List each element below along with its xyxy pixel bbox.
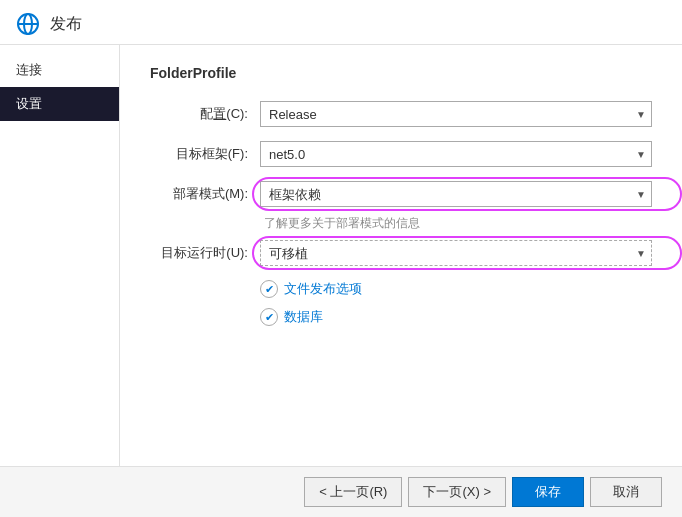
publish-window: 发布 连接 设置 FolderProfile 配置(C): Release De… [0,0,682,517]
target-runtime-select[interactable]: 可移植 win-x64 linux-x64 [260,240,652,266]
deploy-mode-row: 部署模式(M): 框架依赖 独立 ▼ [150,181,652,207]
file-publish-label: 文件发布选项 [284,280,362,298]
prev-button[interactable]: < 上一页(R) [304,477,402,507]
content-area: 连接 设置 FolderProfile 配置(C): Release Debug… [0,45,682,466]
target-framework-row: 目标框架(F): net5.0 net6.0 netcoreapp3.1 ▼ [150,141,652,167]
cancel-button[interactable]: 取消 [590,477,662,507]
save-button[interactable]: 保存 [512,477,584,507]
target-framework-label: 目标框架(F): [150,145,260,163]
deploy-mode-label: 部署模式(M): [150,185,260,203]
deploy-mode-control: 框架依赖 独立 ▼ [260,181,652,207]
target-runtime-control: 可移植 win-x64 linux-x64 ▼ [260,240,652,266]
next-button[interactable]: 下一页(X) > [408,477,506,507]
sidebar-item-settings[interactable]: 设置 [0,87,119,121]
footer: < 上一页(R) 下一页(X) > 保存 取消 [0,466,682,517]
sidebar: 连接 设置 [0,45,120,466]
main-content: FolderProfile 配置(C): Release Debug ▼ 目标框… [120,45,682,466]
target-framework-control: net5.0 net6.0 netcoreapp3.1 ▼ [260,141,652,167]
target-runtime-label: 目标运行时(U): [150,244,260,262]
target-runtime-row: 目标运行时(U): 可移植 win-x64 linux-x64 ▼ [150,240,652,266]
database-label: 数据库 [284,308,323,326]
page-title: 发布 [50,14,82,35]
sidebar-item-connect[interactable]: 连接 [0,53,119,87]
globe-icon [16,12,40,36]
configuration-select[interactable]: Release Debug [260,101,652,127]
section-title: FolderProfile [150,65,652,81]
database-toggle-icon: ✔ [260,308,278,326]
configuration-row: 配置(C): Release Debug ▼ [150,101,652,127]
configuration-label: 配置(C): [150,105,260,123]
title-bar: 发布 [0,0,682,45]
deploy-hint-text: 了解更多关于部署模式的信息 [264,215,420,232]
target-framework-select[interactable]: net5.0 net6.0 netcoreapp3.1 [260,141,652,167]
deploy-mode-select[interactable]: 框架依赖 独立 [260,181,652,207]
deploy-hint-row: 了解更多关于部署模式的信息 [150,213,652,232]
file-publish-row[interactable]: ✔ 文件发布选项 [260,280,652,298]
file-publish-toggle-icon: ✔ [260,280,278,298]
database-row[interactable]: ✔ 数据库 [260,308,652,326]
configuration-control: Release Debug ▼ [260,101,652,127]
